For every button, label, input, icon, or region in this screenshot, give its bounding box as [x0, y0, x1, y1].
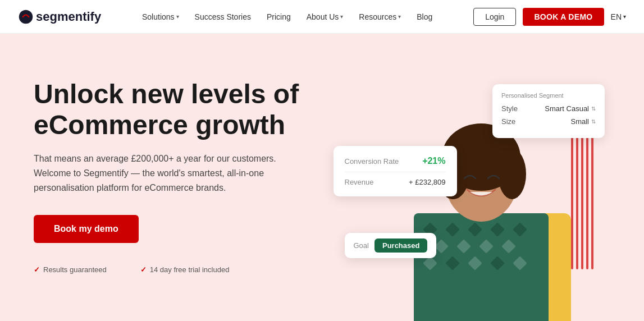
solutions-chevron-icon: ▾ — [176, 13, 179, 20]
hero-content-left: Unlock new levels of eCommerce growth Th… — [34, 67, 322, 274]
conversion-rate-card: Conversion Rate +21% Revenue + £232,809 — [334, 146, 457, 196]
nav-resources[interactable]: Resources ▾ — [359, 12, 401, 21]
card-divider — [345, 172, 446, 172]
goal-badge: Purchased — [374, 239, 427, 253]
logo[interactable]: segmentify — [18, 9, 101, 25]
size-select-arrows-icon: ⇅ — [591, 118, 596, 125]
size-value[interactable]: Small ⇅ — [570, 117, 596, 126]
footnote-results: Results guaranteed — [34, 265, 107, 274]
lang-label: EN — [611, 12, 622, 21]
revenue-label: Revenue — [345, 178, 374, 186]
language-selector[interactable]: EN ▾ — [611, 12, 626, 21]
revenue-value: + £232,809 — [409, 178, 445, 186]
hero-content-right: Conversion Rate +21% Revenue + £232,809 … — [322, 67, 611, 321]
book-demo-header-button[interactable]: BOOK A DEMO — [523, 8, 604, 26]
segment-size-row: Size Small ⇅ — [501, 117, 596, 126]
about-chevron-icon: ▾ — [340, 13, 343, 20]
size-label: Size — [501, 117, 515, 126]
login-button[interactable]: Login — [473, 8, 516, 26]
svg-point-0 — [19, 10, 33, 24]
lang-chevron-icon: ▾ — [623, 13, 626, 20]
footnote-trial: 14 day free trial included — [140, 265, 230, 274]
conversion-rate-value: +21% — [422, 156, 445, 166]
style-value[interactable]: Smart Casual ⇅ — [545, 104, 596, 113]
hero-title: Unlock new levels of eCommerce growth — [34, 79, 322, 140]
hero-section: Unlock new levels of eCommerce growth Th… — [0, 34, 644, 321]
goal-card: Goal Purchased — [345, 233, 437, 258]
conversion-rate-row: Conversion Rate +21% — [345, 154, 446, 168]
segment-style-row: Style Smart Casual ⇅ — [501, 104, 596, 113]
revenue-row: Revenue + £232,809 — [345, 176, 446, 189]
svg-point-20 — [498, 149, 526, 199]
hero-subtitle: That means an average £200,000+ a year f… — [34, 152, 303, 195]
nav-about-us[interactable]: About Us ▾ — [307, 12, 344, 21]
hero-footnotes: Results guaranteed 14 day free trial inc… — [34, 265, 322, 274]
segment-card: Personalised Segment Style Smart Casual … — [492, 84, 605, 138]
main-nav: Solutions ▾ Success Stories Pricing Abou… — [142, 12, 432, 21]
nav-solutions[interactable]: Solutions ▾ — [142, 12, 179, 21]
nav-pricing[interactable]: Pricing — [267, 12, 291, 21]
book-demo-hero-button[interactable]: Book my demo — [34, 215, 139, 243]
style-select-arrows-icon: ⇅ — [591, 106, 596, 112]
conversion-rate-label: Conversion Rate — [345, 157, 399, 166]
segment-card-title: Personalised Segment — [501, 92, 596, 99]
nav-blog[interactable]: Blog — [417, 12, 432, 21]
logo-text: segmentify — [36, 10, 101, 24]
resources-chevron-icon: ▾ — [398, 13, 401, 20]
header-actions: Login BOOK A DEMO EN ▾ — [473, 8, 626, 26]
style-label: Style — [501, 104, 518, 113]
nav-success-stories[interactable]: Success Stories — [195, 12, 251, 21]
header: segmentify Solutions ▾ Success Stories P… — [0, 0, 644, 34]
goal-label: Goal — [354, 241, 369, 250]
